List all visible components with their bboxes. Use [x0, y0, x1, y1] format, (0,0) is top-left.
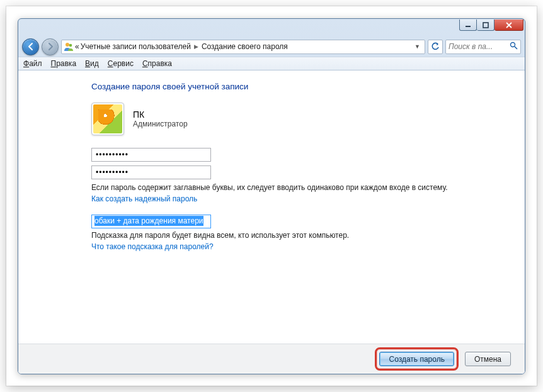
- window: « Учетные записи пользователей ▶ Создани…: [18, 18, 525, 374]
- search-placeholder: Поиск в па...: [449, 42, 493, 51]
- svg-rect-0: [466, 26, 471, 27]
- cancel-button[interactable]: Отмена: [465, 352, 511, 366]
- breadcrumb[interactable]: « Учетные записи пользователей ▶ Создани…: [61, 40, 425, 54]
- forward-button[interactable]: [42, 38, 59, 55]
- svg-line-5: [515, 47, 517, 49]
- titlebar: [18, 19, 525, 36]
- search-input[interactable]: Поиск в па...: [445, 40, 521, 54]
- menubar: Файл Правка Вид Сервис Справка: [18, 57, 525, 70]
- menu-view[interactable]: Вид: [85, 59, 99, 68]
- breadcrumb-dropdown-icon[interactable]: ▼: [412, 43, 423, 50]
- password-hint-field[interactable]: обаки + дата рождения матери: [91, 215, 211, 228]
- footer: Создать пароль Отмена: [18, 344, 525, 374]
- breadcrumb-item-2[interactable]: Создание своего пароля: [202, 42, 288, 51]
- refresh-button[interactable]: [428, 40, 443, 54]
- breadcrumb-prefix: «: [75, 42, 79, 51]
- user-info: ПК Администратор: [133, 109, 188, 128]
- svg-point-3: [69, 44, 72, 47]
- password-field-1[interactable]: [91, 148, 211, 162]
- password-field-2[interactable]: [91, 165, 211, 179]
- user-name: ПК: [133, 109, 188, 120]
- client-area: Создание пароля своей учетной записи ПК …: [18, 70, 525, 374]
- nav-row: « Учетные записи пользователей ▶ Создани…: [18, 36, 525, 57]
- user-row: ПК Администратор: [91, 103, 506, 135]
- svg-point-4: [511, 43, 515, 47]
- minimize-button[interactable]: [459, 20, 477, 31]
- breadcrumb-item-1[interactable]: Учетные записи пользователей: [81, 42, 191, 51]
- user-accounts-icon: [64, 42, 74, 52]
- svg-point-2: [66, 43, 69, 47]
- svg-rect-1: [483, 23, 488, 28]
- hint-selected-text: обаки + дата рождения матери: [94, 216, 203, 226]
- hint-help-link[interactable]: Что такое подсказка для паролей?: [91, 242, 214, 251]
- menu-help[interactable]: Справка: [142, 59, 172, 68]
- back-button[interactable]: [22, 38, 39, 55]
- menu-edit[interactable]: Правка: [51, 59, 77, 68]
- search-icon: [510, 42, 518, 52]
- breadcrumb-sep-icon: ▶: [192, 43, 200, 50]
- user-role: Администратор: [133, 120, 188, 128]
- create-password-button[interactable]: Создать пароль: [379, 352, 454, 366]
- content: Создание пароля своей учетной записи ПК …: [18, 70, 525, 344]
- close-button[interactable]: [494, 20, 523, 31]
- strong-password-link[interactable]: Как создать надежный пароль: [91, 194, 197, 203]
- maximize-button[interactable]: [477, 20, 494, 31]
- avatar-flower-icon: [93, 104, 122, 133]
- caps-note: Если пароль содержит заглавные буквы, их…: [91, 183, 506, 192]
- menu-tools[interactable]: Сервис: [108, 59, 134, 68]
- page-title: Создание пароля своей учетной записи: [91, 82, 506, 91]
- avatar-frame: [91, 103, 124, 135]
- highlight-annotation: Создать пароль: [375, 347, 458, 371]
- window-controls: [459, 20, 523, 31]
- menu-file[interactable]: Файл: [23, 59, 42, 68]
- hint-note: Подсказка для пароля будет видна всем, к…: [91, 231, 506, 240]
